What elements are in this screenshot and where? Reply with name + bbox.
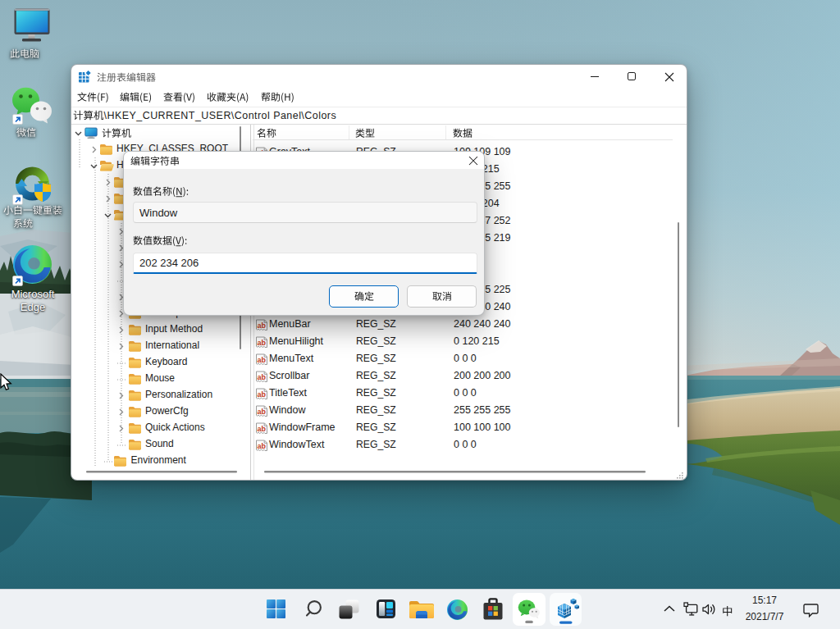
svg-text:ab: ab <box>258 407 267 415</box>
svg-text:ab: ab <box>258 338 267 346</box>
svg-text:ab: ab <box>258 424 267 432</box>
svg-text:ab: ab <box>258 355 267 363</box>
svg-text:ab: ab <box>258 372 267 381</box>
svg-text:ab: ab <box>258 441 267 449</box>
svg-text:ab: ab <box>258 321 267 329</box>
svg-text:ab: ab <box>258 390 267 398</box>
